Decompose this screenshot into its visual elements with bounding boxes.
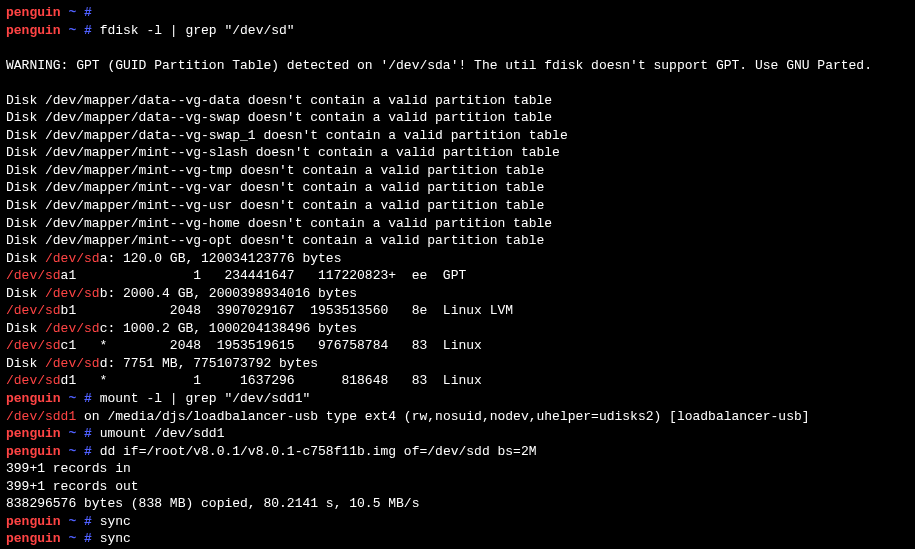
terminal-output[interactable]: penguin ~ #penguin ~ # fdisk -l | grep "… [6,4,909,549]
terminal-line: Disk /dev/mapper/data--vg-swap doesn't c… [6,109,909,127]
terminal-segment: /dev/sd [45,321,100,336]
terminal-segment: Disk /dev/mapper/mint--vg-var doesn't co… [6,180,544,195]
terminal-line: penguin ~ # sync [6,530,909,548]
terminal-line: 838296576 bytes (838 MB) copied, 80.2141… [6,495,909,513]
terminal-segment: ~ # [61,23,100,38]
terminal-segment: /dev/sd [45,251,100,266]
terminal-line: /dev/sda1 1 234441647 117220823+ ee GPT [6,267,909,285]
terminal-line: Disk /dev/mapper/mint--vg-opt doesn't co… [6,232,909,250]
terminal-segment: /dev/sd [45,356,100,371]
terminal-line: Disk /dev/sdd: 7751 MB, 7751073792 bytes [6,355,909,373]
terminal-line: penguin ~ # umount /dev/sdd1 [6,425,909,443]
terminal-line: penguin ~ # [6,4,909,22]
terminal-segment: fdisk -l | grep "/dev/sd" [100,23,295,38]
terminal-segment: penguin [6,391,61,406]
terminal-segment: 399+1 records in [6,461,131,476]
terminal-segment: /dev/sdd1 [6,409,76,424]
terminal-segment: penguin [6,426,61,441]
terminal-segment: b: 2000.4 GB, 2000398934016 bytes [100,286,357,301]
terminal-segment: Disk [6,356,45,371]
terminal-line: 399+1 records in [6,460,909,478]
terminal-segment: penguin [6,23,61,38]
terminal-segment: ~ # [61,514,100,529]
terminal-line: Disk /dev/sdc: 1000.2 GB, 1000204138496 … [6,320,909,338]
terminal-segment: mount -l | grep "/dev/sdd1" [100,391,311,406]
terminal-line: Disk /dev/mapper/mint--vg-var doesn't co… [6,179,909,197]
terminal-segment: a: 120.0 GB, 120034123776 bytes [100,251,342,266]
terminal-line: 399+1 records out [6,478,909,496]
terminal-segment: ~ # [61,391,100,406]
terminal-segment: Disk /dev/mapper/data--vg-data doesn't c… [6,93,552,108]
terminal-segment: on /media/djs/loadbalancer-usb type ext4… [76,409,809,424]
terminal-segment: ~ # [61,444,100,459]
terminal-segment: c1 * 2048 1953519615 976758784 83 Linux [61,338,482,353]
terminal-segment: Disk [6,286,45,301]
terminal-segment: Disk [6,321,45,336]
terminal-segment: penguin [6,531,61,546]
terminal-line: penguin ~ # sync [6,513,909,531]
terminal-line: Disk /dev/mapper/mint--vg-slash doesn't … [6,144,909,162]
terminal-line: Disk /dev/mapper/mint--vg-home doesn't c… [6,215,909,233]
terminal-line: penguin ~ # mount -l | grep "/dev/sdd1" [6,390,909,408]
terminal-segment: /dev/sd [6,268,61,283]
terminal-line: penguin ~ # dd if=/root/v8.0.1/v8.0.1-c7… [6,443,909,461]
terminal-segment: /dev/sd [6,338,61,353]
terminal-segment [6,40,14,55]
terminal-segment: Disk /dev/mapper/data--vg-swap_1 doesn't… [6,128,568,143]
terminal-segment: Disk /dev/mapper/data--vg-swap doesn't c… [6,110,552,125]
terminal-segment: Disk /dev/mapper/mint--vg-tmp doesn't co… [6,163,544,178]
terminal-line: Disk /dev/mapper/data--vg-swap_1 doesn't… [6,127,909,145]
terminal-segment: penguin [6,444,61,459]
terminal-segment: c: 1000.2 GB, 1000204138496 bytes [100,321,357,336]
terminal-segment: Disk /dev/mapper/mint--vg-slash doesn't … [6,145,560,160]
terminal-segment: ~ # [61,426,100,441]
terminal-segment [6,75,14,90]
terminal-segment: a1 1 234441647 117220823+ ee GPT [61,268,467,283]
terminal-segment: /dev/sd [6,373,61,388]
terminal-line: Disk /dev/sda: 120.0 GB, 120034123776 by… [6,250,909,268]
terminal-segment: Disk /dev/mapper/mint--vg-home doesn't c… [6,216,552,231]
terminal-segment: d: 7751 MB, 7751073792 bytes [100,356,318,371]
terminal-segment: sync [100,531,131,546]
terminal-segment: /dev/sd [6,303,61,318]
terminal-line: Disk /dev/sdb: 2000.4 GB, 2000398934016 … [6,285,909,303]
terminal-segment: 838296576 bytes (838 MB) copied, 80.2141… [6,496,419,511]
terminal-line: /dev/sdd1 * 1 1637296 818648 83 Linux [6,372,909,390]
terminal-segment: Disk /dev/mapper/mint--vg-usr doesn't co… [6,198,544,213]
terminal-segment: dd if=/root/v8.0.1/v8.0.1-c758f11b.img o… [100,444,537,459]
terminal-segment: b1 2048 3907029167 1953513560 8e Linux L… [61,303,513,318]
terminal-line [6,39,909,57]
terminal-segment: sync [100,514,131,529]
terminal-segment: penguin [6,514,61,529]
terminal-segment: WARNING: GPT (GUID Partition Table) dete… [6,58,872,73]
terminal-line: WARNING: GPT (GUID Partition Table) dete… [6,57,909,75]
terminal-line: Disk /dev/mapper/mint--vg-usr doesn't co… [6,197,909,215]
terminal-segment: d1 * 1 1637296 818648 83 Linux [61,373,482,388]
terminal-segment: 399+1 records out [6,479,139,494]
terminal-segment: ~ # [61,5,92,20]
terminal-line: Disk /dev/mapper/mint--vg-tmp doesn't co… [6,162,909,180]
terminal-segment: Disk /dev/mapper/mint--vg-opt doesn't co… [6,233,544,248]
terminal-line: Disk /dev/mapper/data--vg-data doesn't c… [6,92,909,110]
terminal-line: /dev/sdb1 2048 3907029167 1953513560 8e … [6,302,909,320]
terminal-segment: umount /dev/sdd1 [100,426,225,441]
terminal-line: /dev/sdc1 * 2048 1953519615 976758784 83… [6,337,909,355]
terminal-segment: /dev/sd [45,286,100,301]
terminal-line: penguin ~ # fdisk -l | grep "/dev/sd" [6,22,909,40]
terminal-line [6,74,909,92]
terminal-segment: Disk [6,251,45,266]
terminal-line: /dev/sdd1 on /media/djs/loadbalancer-usb… [6,408,909,426]
terminal-segment: penguin [6,5,61,20]
terminal-segment: ~ # [61,531,100,546]
